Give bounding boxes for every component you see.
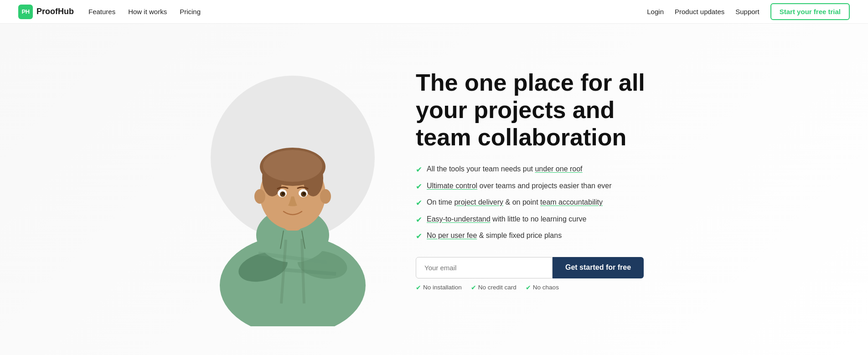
hero-image — [197, 62, 388, 326]
note-chaos: ✔ No chaos — [526, 284, 559, 291]
mini-check-2: ✔ — [471, 284, 476, 291]
email-input[interactable] — [416, 257, 553, 278]
svg-point-10 — [254, 189, 265, 204]
note-credit-card: ✔ No credit card — [471, 284, 517, 291]
mini-check-3: ✔ — [526, 284, 531, 291]
highlight-1: under one roof — [535, 165, 582, 173]
nav-links: Features How it works Pricing — [88, 8, 201, 15]
highlight-2: Ultimate control — [427, 182, 477, 190]
feature-item-1: ✔ All the tools your team needs put unde… — [416, 164, 671, 176]
logo-name: ProofHub — [36, 7, 74, 16]
check-icon-3: ✔ — [416, 197, 422, 209]
nav-right: Login Product updates Support Start your… — [647, 3, 850, 20]
cta-row: Get started for free — [416, 257, 671, 278]
check-icon-1: ✔ — [416, 164, 422, 176]
logo-icon: PH — [18, 5, 33, 19]
navbar: PH ProofHub Features How it works Pricin… — [0, 0, 868, 24]
nav-left: PH ProofHub Features How it works Pricin… — [18, 5, 201, 19]
features-list: ✔ All the tools your team needs put unde… — [416, 164, 671, 242]
note-installation: ✔ No installation — [416, 284, 462, 291]
logo-link[interactable]: PH ProofHub — [18, 5, 74, 19]
highlight-4: Easy-to-understand — [427, 215, 491, 223]
nav-link-pricing[interactable]: Pricing — [180, 8, 201, 15]
check-icon-2: ✔ — [416, 181, 422, 193]
hero-content: The one place for all your projects and … — [388, 69, 671, 319]
check-icon-4: ✔ — [416, 214, 422, 226]
feature-item-4: ✔ Easy-to-understand with little to no l… — [416, 214, 671, 226]
highlight-5: No per user fee — [427, 232, 477, 239]
svg-point-16 — [282, 192, 284, 195]
check-icon-5: ✔ — [416, 231, 422, 242]
nav-link-support[interactable]: Support — [735, 8, 760, 15]
svg-point-9 — [263, 150, 322, 182]
svg-point-17 — [303, 192, 305, 195]
nav-link-features[interactable]: Features — [88, 8, 115, 15]
nav-link-how-it-works[interactable]: How it works — [128, 8, 167, 15]
nav-link-login[interactable]: Login — [647, 8, 664, 15]
cta-notes: ✔ No installation ✔ No credit card ✔ No … — [416, 284, 671, 291]
hero-person — [208, 85, 377, 326]
hero-section: The one place for all your projects and … — [0, 24, 868, 355]
nav-link-product-updates[interactable]: Product updates — [675, 8, 724, 15]
feature-item-2: ✔ Ultimate control over teams and projec… — [416, 180, 671, 193]
trial-button[interactable]: Start your free trial — [770, 3, 850, 20]
hero-heading: The one place for all your projects and … — [416, 69, 671, 151]
highlight-3a: project delivery — [454, 198, 503, 206]
highlight-3b: team accountability — [540, 198, 603, 206]
svg-point-11 — [320, 189, 331, 204]
person-illustration — [213, 94, 372, 326]
feature-item-5: ✔ No per user fee & simple fixed price p… — [416, 230, 671, 242]
get-started-button[interactable]: Get started for free — [553, 257, 644, 278]
feature-item-3: ✔ On time project delivery & on point te… — [416, 197, 671, 209]
mini-check-1: ✔ — [416, 284, 421, 291]
